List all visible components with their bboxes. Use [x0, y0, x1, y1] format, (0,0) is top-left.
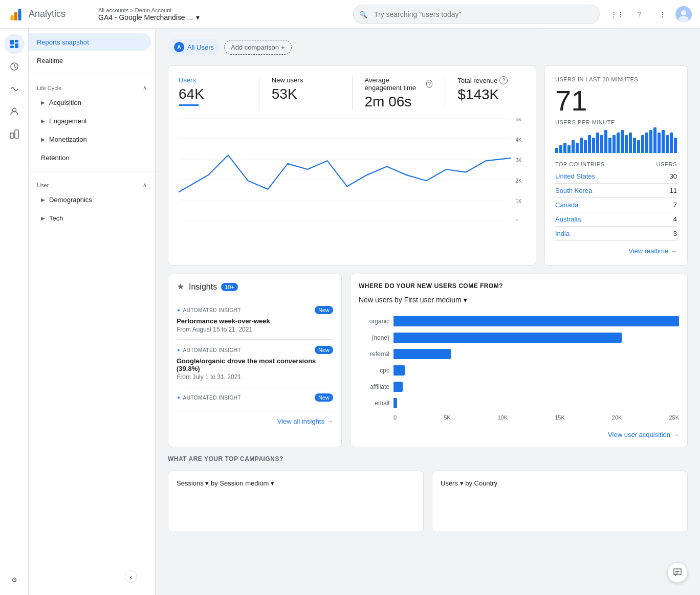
help-icon[interactable]: ?: [630, 5, 649, 24]
user-chevron[interactable]: ∧: [143, 182, 147, 188]
insights-header: Insights 10+: [177, 282, 333, 292]
country-kr-count: 11: [670, 187, 677, 194]
svg-text:1K: 1K: [516, 198, 522, 204]
campaigns-subtitle-1: Sessions ▾ by Session medium ▾: [177, 479, 415, 487]
metric-divider-2: [352, 76, 353, 110]
acq-dropdown-button[interactable]: ▾: [464, 296, 467, 304]
acq-bar-organic: organic: [359, 316, 679, 326]
svg-text:2K: 2K: [516, 178, 522, 184]
svg-rect-2: [18, 9, 21, 20]
account-selector[interactable]: All accounts > Demo Account GA4 - Google…: [90, 7, 353, 21]
country-in[interactable]: India: [555, 230, 570, 237]
view-realtime-link[interactable]: View realtime →: [555, 247, 677, 255]
apps-icon[interactable]: ⋮⋮: [608, 5, 626, 24]
sidebar-item-acquisition[interactable]: ▶ Acquisition: [33, 93, 155, 112]
acq-bar-chart: organic (none) referral: [359, 312, 679, 425]
add-comparison-button[interactable]: Add comparison +: [224, 40, 292, 55]
sidebar-item-tech[interactable]: ▶ Tech: [33, 209, 155, 227]
rt-bar: [658, 133, 661, 153]
avatar-image: [675, 6, 692, 23]
view-user-acquisition-link[interactable]: View user acquisition →: [359, 431, 679, 438]
rt-bar: [617, 133, 620, 153]
rt-count: 71: [555, 86, 677, 115]
engagement-expand: ▶: [41, 118, 45, 124]
avg-engagement-info-icon[interactable]: ?: [426, 80, 433, 88]
sidebar-section-lifecycle: Life Cycle ∧: [29, 78, 155, 93]
all-users-chip[interactable]: A All Users: [168, 39, 220, 55]
total-revenue-info-icon[interactable]: ?: [499, 76, 508, 84]
acq-section-label: WHERE DO YOUR NEW USERS COME FROM?: [359, 282, 679, 290]
sidebar-item-retention[interactable]: Retention: [33, 148, 155, 167]
svg-rect-6: [10, 40, 14, 45]
bar-label-none: (none): [359, 334, 389, 341]
sidebar-item-engagement[interactable]: ▶ Engagement: [33, 112, 155, 130]
lifecycle-chevron[interactable]: ∧: [143, 84, 147, 91]
acq-bar-email: email: [359, 398, 679, 408]
monetization-expand: ▶: [41, 137, 45, 142]
bar-fill-none: [393, 333, 622, 343]
sidebar-item-reports-snapshot[interactable]: Reports snapshot: [29, 33, 151, 51]
left-rail: ⚙: [0, 29, 29, 566]
country-ca-count: 7: [673, 201, 677, 209]
rail-reports-icon[interactable]: [4, 34, 25, 54]
more-icon[interactable]: ⋮: [653, 5, 671, 24]
country-row-us: United States 30: [555, 169, 677, 184]
insight-meta-2: ✦ AUTOMATED INSIGHT New: [177, 346, 333, 354]
account-path: All accounts > Demo Account: [98, 7, 345, 13]
property-name[interactable]: GA4 - Google Merchandise ... ▾: [98, 13, 345, 21]
insight-meta-3: ✦ AUTOMATED INSIGHT New: [177, 393, 333, 402]
campaigns-card-1: Sessions ▾ by Session medium ▾: [168, 471, 424, 532]
country-kr[interactable]: South Korea: [555, 187, 592, 194]
rt-section-label: USERS IN LAST 30 MINUTES: [555, 76, 677, 82]
svg-rect-8: [15, 43, 18, 48]
rt-bar: [645, 133, 648, 153]
rail-realtime-icon[interactable]: [4, 56, 25, 77]
bar-label-organic: organic: [359, 318, 389, 325]
sparkle-icon-1: ✦: [177, 307, 181, 313]
demographics-expand: ▶: [41, 197, 45, 203]
x-label-5k: 5K: [444, 414, 450, 421]
svg-rect-9: [10, 46, 14, 48]
acq-x-axis: 0 5K 10K 15K 20K 25K: [359, 414, 679, 421]
insight-item-2: ✦ AUTOMATED INSIGHT New Google/organic d…: [177, 340, 333, 387]
view-all-insights-link[interactable]: View all insights →: [177, 417, 333, 425]
country-ca[interactable]: Canada: [555, 201, 579, 209]
rail-explore-icon[interactable]: [4, 124, 25, 144]
sidebar-item-monetization[interactable]: ▶ Monetization: [33, 130, 155, 148]
acquisition-expand: ▶: [41, 100, 45, 105]
acq-subtitle: New users by First user medium ▾: [359, 296, 679, 304]
insights-icon: [177, 283, 185, 291]
rt-bar-chart: [555, 127, 677, 153]
search-input[interactable]: [353, 5, 600, 24]
campaigns-card-2: Users ▾ by Country: [432, 471, 688, 532]
rt-bar: [653, 127, 657, 153]
campaigns-subtitle-2: Users ▾ by Country: [441, 479, 679, 487]
search-container: 🔍: [353, 5, 600, 24]
svg-text:4K: 4K: [516, 137, 522, 143]
country-us-count: 30: [670, 172, 677, 180]
rail-user-icon[interactable]: [4, 101, 25, 122]
country-us[interactable]: United States: [555, 172, 595, 180]
insights-acquisition-row: Insights 10+ ✦ AUTOMATED INSIGHT New Per…: [168, 274, 688, 447]
rt-bar: [584, 140, 587, 153]
bar-fill-cpc: [393, 365, 405, 376]
sidebar-item-realtime[interactable]: Realtime: [29, 51, 155, 70]
bar-label-affiliate: affiliate: [359, 383, 389, 390]
country-au[interactable]: Australia: [555, 215, 581, 223]
rt-bar: [600, 135, 603, 153]
rt-bar: [633, 138, 636, 153]
svg-text:3K: 3K: [516, 157, 522, 163]
line-chart: 5K 4K 3K 2K 1K 0 01 Aug 08 15 22: [179, 118, 526, 221]
rail-lifecycle-icon[interactable]: [4, 79, 25, 99]
user-items: ▶ Demographics ▶ Tech: [29, 190, 155, 227]
sidebar-section-user: User ∧: [29, 175, 155, 190]
svg-rect-12: [10, 133, 14, 138]
bar-track-email: [393, 398, 679, 408]
avatar[interactable]: [675, 6, 692, 23]
sidebar-item-demographics[interactable]: ▶ Demographics: [33, 190, 155, 209]
svg-rect-7: [15, 40, 18, 42]
svg-text:0: 0: [516, 218, 519, 221]
rt-bar: [649, 130, 652, 153]
acq-bar-referral: referral: [359, 349, 679, 359]
rt-bar: [567, 145, 571, 153]
